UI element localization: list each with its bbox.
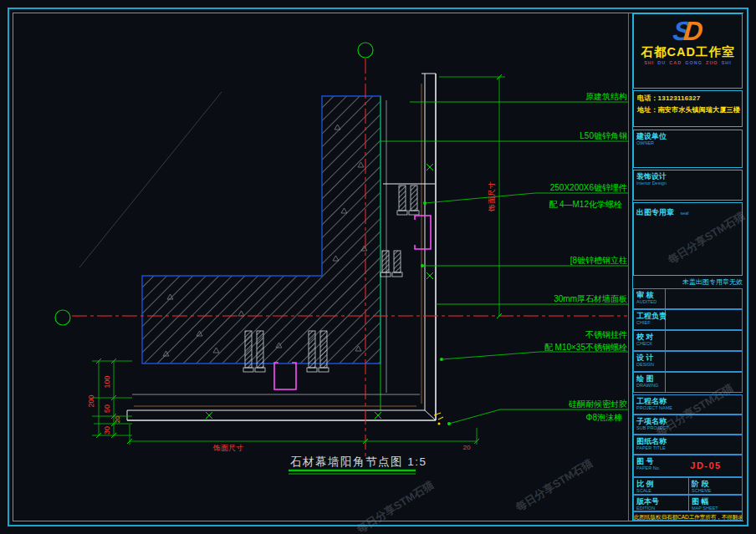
studio-address: 地址：南安市水头镇闽瑞大厦三楼 bbox=[634, 103, 742, 114]
titleblock-separator bbox=[628, 13, 629, 521]
copyright-note: 此图纸版权归石都CAD工作室所有，不得翻录。 bbox=[633, 511, 743, 521]
sheetsize-cell: 图 幅MAP SHEET bbox=[689, 496, 744, 511]
sign-row-check: 校 对CHECK bbox=[633, 330, 743, 351]
scale-phase-row: 比 例SCALE 阶 段SCHEME bbox=[633, 477, 743, 495]
design-label-en: Interior Design bbox=[634, 181, 742, 186]
sign-row-drawing: 绘 图DRAWING bbox=[633, 372, 743, 393]
design-label: 装饰设计 bbox=[634, 170, 742, 181]
studio-phone: 电话：13123116327 bbox=[634, 91, 742, 103]
design-box: 装饰设计 Interior Design bbox=[633, 170, 743, 201]
title-block: SD 石都CAD工作室 SHIDUCADGONGZUOSHI 电话：131231… bbox=[632, 13, 743, 521]
sign-row-chief: 工程负责CHIEF bbox=[633, 309, 743, 330]
drawing-no-box: 图 号 PAPER No. JD-05 bbox=[633, 455, 743, 477]
sign-row-audit: 审 核AUDITED bbox=[633, 288, 743, 309]
drawing-no-value: JD-05 bbox=[671, 460, 741, 470]
seal-label-en: seal bbox=[677, 211, 688, 216]
subproject-name-box: 子项名称SUB PROJECT bbox=[633, 414, 743, 435]
owner-label: 建设单位 bbox=[634, 130, 742, 140]
owner-box: 建设单位 OWNER bbox=[633, 130, 743, 168]
paper-title-box: 图纸名称PAPER TITLE bbox=[633, 435, 743, 455]
edition-cell: 版本号EDITION bbox=[634, 496, 689, 511]
studio-contact-box: 电话：13123116327 地址：南安市水头镇闽瑞大厦三楼 bbox=[633, 90, 743, 127]
cad-sheet: 200 100 50 20 30 饰面尺寸 20 bbox=[0, 0, 756, 534]
scale-cell: 比 例SCALE bbox=[634, 478, 689, 494]
seal-box: 出图专用章 seal bbox=[633, 202, 743, 276]
logo-letter-d: D bbox=[682, 16, 704, 46]
sign-row-design: 设 计DESIGN bbox=[633, 351, 743, 372]
phase-cell: 阶 段SCHEME bbox=[689, 478, 744, 494]
seal-note: 未盖出图专用章无效 bbox=[633, 277, 746, 287]
seal-label: 出图专用章 bbox=[634, 206, 674, 216]
owner-label-en: OWNER bbox=[634, 140, 742, 145]
edition-sheet-row: 版本号EDITION 图 幅MAP SHEET bbox=[633, 495, 743, 511]
project-name-box: 工程名称PROJECT NAME bbox=[633, 394, 743, 414]
studio-logo: SD bbox=[672, 17, 704, 45]
studio-name: 石都CAD工作室 bbox=[634, 45, 742, 58]
studio-logo-box: SD 石都CAD工作室 SHIDUCADGONGZUOSHI bbox=[633, 13, 743, 89]
studio-pinyin: SHIDUCADGONGZUOSHI bbox=[634, 60, 742, 65]
